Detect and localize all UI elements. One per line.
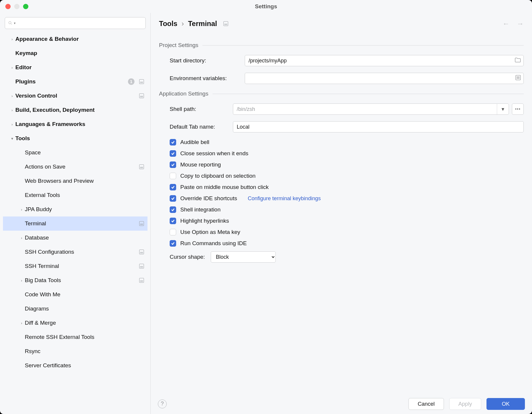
sidebar-item-build[interactable]: ›Build, Execution, Deployment <box>3 103 147 117</box>
help-icon[interactable]: ? <box>158 400 167 408</box>
cancel-button[interactable]: Cancel <box>408 398 444 410</box>
sidebar-item-label: Appearance & Behavior <box>15 36 79 42</box>
breadcrumb-root[interactable]: Tools <box>159 20 177 28</box>
sidebar-item-web-browsers[interactable]: Web Browsers and Preview <box>3 174 147 188</box>
sidebar-item-diff-merge[interactable]: ›Diff & Merge <box>3 316 147 330</box>
scope-icon <box>139 79 144 84</box>
browse-button[interactable]: ··· <box>512 104 524 115</box>
sidebar-item-label: Diagrams <box>25 305 49 312</box>
sidebar-item-terminal[interactable]: Terminal <box>3 216 147 231</box>
chevron-right-icon: › <box>18 321 25 325</box>
ok-button[interactable]: OK <box>486 398 525 410</box>
sidebar-item-label: Web Browsers and Preview <box>25 178 94 184</box>
chevron-right-icon: › <box>9 37 15 41</box>
shell-path-combo[interactable]: /bin/zsh ▾ <box>233 104 509 115</box>
sidebar-item-tools[interactable]: ▾Tools <box>3 131 147 145</box>
forward-button[interactable]: → <box>517 20 524 28</box>
project-settings-label: Project Settings <box>159 42 198 48</box>
sidebar-item-label: Space <box>25 149 41 156</box>
traffic-lights <box>5 4 28 9</box>
sidebar-item-label: Languages & Frameworks <box>15 121 85 127</box>
sidebar-item-label: Terminal <box>25 220 46 227</box>
application-settings-label: Application Settings <box>159 90 208 97</box>
scope-icon <box>139 93 144 98</box>
sidebar-item-label: SSH Terminal <box>25 263 59 269</box>
dropdown-caret-icon: ▾ <box>14 21 16 25</box>
default-tab-name-input[interactable] <box>233 121 524 132</box>
cursor-shape-label: Cursor shape: <box>170 254 205 260</box>
checkbox[interactable] <box>170 206 176 213</box>
sidebar-item-big-data[interactable]: ›Big Data Tools <box>3 273 147 287</box>
application-settings-group: Application Settings <box>159 90 524 97</box>
checkbox-row: Close session when it ends <box>159 150 524 157</box>
sidebar-item-label: Remote SSH External Tools <box>25 334 94 340</box>
env-variables-input[interactable] <box>245 73 524 84</box>
sidebar-item-plugins[interactable]: Plugins1 <box>3 75 147 89</box>
sidebar-item-jpa-buddy[interactable]: ›JPA Buddy <box>3 202 147 216</box>
sidebar-item-database[interactable]: ›Database <box>3 231 147 245</box>
checkbox-label: Override IDE shortcuts <box>180 195 237 202</box>
update-badge: 1 <box>128 78 134 85</box>
window-title: Settings <box>255 3 277 10</box>
checkbox[interactable] <box>170 240 176 247</box>
chevron-right-icon: › <box>18 278 25 283</box>
apply-button[interactable]: Apply <box>449 398 481 410</box>
start-directory-input[interactable] <box>245 55 524 66</box>
checkbox-row: Paste on middle mouse button click <box>159 184 524 190</box>
checkbox[interactable] <box>170 218 176 224</box>
sidebar-item-code-with-me[interactable]: Code With Me <box>3 287 147 302</box>
sidebar-item-ssh-terminal[interactable]: SSH Terminal <box>3 259 147 273</box>
main-panel: Tools › Terminal ← → Project Settings St… <box>151 13 532 414</box>
sidebar-item-rsync[interactable]: Rsync <box>3 344 147 358</box>
sidebar-item-remote-ssh[interactable]: Remote SSH External Tools <box>3 330 147 344</box>
chevron-right-icon: › <box>18 207 25 212</box>
sidebar-item-diagrams[interactable]: Diagrams <box>3 302 147 316</box>
window-close-button[interactable] <box>5 4 11 9</box>
folder-icon[interactable] <box>515 57 521 64</box>
list-icon[interactable] <box>515 75 521 82</box>
scope-icon <box>223 21 228 26</box>
checkbox-label: Paste on middle mouse button click <box>180 184 269 190</box>
configure-keybindings-link[interactable]: Configure terminal keybindings <box>248 195 321 202</box>
chevron-right-icon: › <box>9 122 15 127</box>
sidebar-item-keymap[interactable]: Keymap <box>3 46 147 60</box>
checkbox[interactable] <box>170 195 176 202</box>
checkbox-row: Use Option as Meta key <box>159 229 524 235</box>
sidebar-item-external-tools[interactable]: External Tools <box>3 188 147 202</box>
shell-path-placeholder: /bin/zsh <box>237 106 255 112</box>
sidebar-item-label: Build, Execution, Deployment <box>15 107 95 113</box>
search-icon <box>8 21 13 25</box>
checkbox[interactable] <box>170 173 176 179</box>
sidebar-item-ssh-config[interactable]: SSH Configurations <box>3 245 147 259</box>
search-input[interactable]: ▾ <box>5 17 146 29</box>
checkbox[interactable] <box>170 150 176 157</box>
checkbox-row: Override IDE shortcutsConfigure terminal… <box>159 195 524 202</box>
breadcrumb: Tools › Terminal <box>159 20 228 28</box>
sidebar-item-server-certs[interactable]: Server Certificates <box>3 358 147 373</box>
checkbox[interactable] <box>170 139 176 145</box>
sidebar-item-appearance[interactable]: ›Appearance & Behavior <box>3 32 147 46</box>
back-button[interactable]: ← <box>502 20 510 28</box>
sidebar-item-actions-on-save[interactable]: Actions on Save <box>3 160 147 174</box>
checkbox[interactable] <box>170 161 176 168</box>
sidebar-item-vcs[interactable]: ›Version Control <box>3 89 147 103</box>
project-settings-group: Project Settings <box>159 42 524 48</box>
checkbox-row: Shell integration <box>159 206 524 213</box>
sidebar-item-space[interactable]: Space <box>3 145 147 160</box>
chevron-down-icon[interactable]: ▾ <box>497 104 509 114</box>
checkbox-label: Copy to clipboard on selection <box>180 173 256 179</box>
sidebar-item-editor[interactable]: ›Editor <box>3 60 147 75</box>
window-maximize-button[interactable] <box>23 4 28 9</box>
checkbox-row: Mouse reporting <box>159 161 524 168</box>
window-minimize-button[interactable] <box>14 4 20 9</box>
chevron-right-icon: › <box>181 20 184 28</box>
checkbox[interactable] <box>170 229 176 235</box>
sidebar-item-label: JPA Buddy <box>25 206 52 213</box>
sidebar-item-label: Rsync <box>25 348 40 355</box>
checkbox[interactable] <box>170 184 176 190</box>
cursor-shape-select[interactable]: Block <box>211 251 276 263</box>
sidebar-item-label: Big Data Tools <box>25 277 61 284</box>
sidebar-item-lang[interactable]: ›Languages & Frameworks <box>3 117 147 131</box>
checkbox-row: Highlight hyperlinks <box>159 218 524 224</box>
svg-point-0 <box>9 22 11 24</box>
